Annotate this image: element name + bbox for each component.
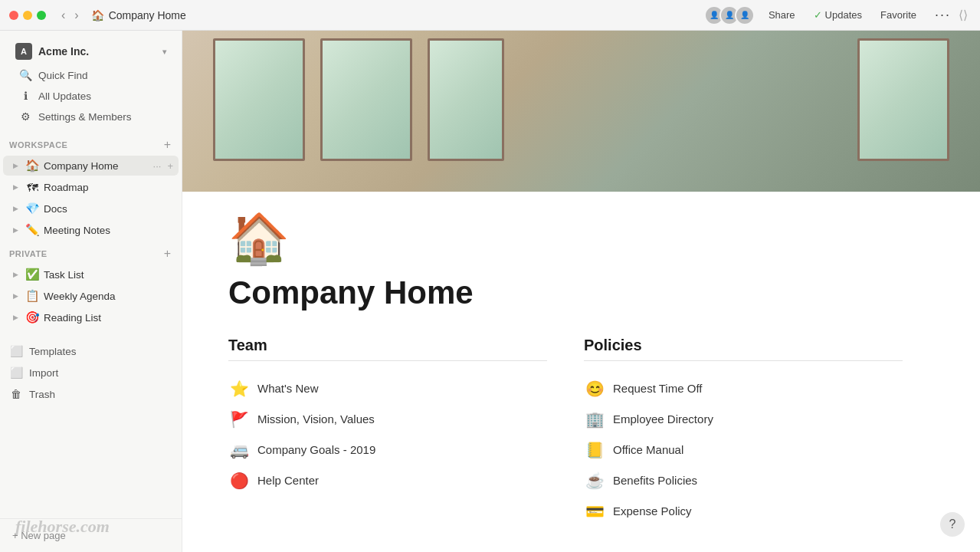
nav-page-company-home[interactable]: ▶ 🏠 Company Home ··· + xyxy=(3,156,179,176)
page-title-label: Company Home xyxy=(109,9,186,21)
expand-arrow-icon[interactable]: ▶ xyxy=(9,290,21,302)
sidebar-top: A Acme Inc. ▾ 🔍 Quick Find ℹ All Updates… xyxy=(0,31,182,132)
templates-icon: ⬜ xyxy=(9,345,23,357)
content-grid: Team ⭐ What's New 🚩 Mission, Vision, Val… xyxy=(228,337,903,527)
forward-button[interactable]: › xyxy=(71,7,81,24)
close-button[interactable] xyxy=(9,11,18,20)
link-help-center[interactable]: 🔴 Help Center xyxy=(228,465,547,496)
page-content: 🏠 Company Home Team ⭐ What's New 🚩 Missi… xyxy=(182,192,949,552)
hero-image xyxy=(182,31,980,192)
workspace-section-header: WORKSPACE + xyxy=(0,132,182,155)
benefits-label: Benefits Policies xyxy=(613,474,697,488)
van-icon: 🚐 xyxy=(228,441,250,459)
expand-arrow-icon[interactable]: ▶ xyxy=(9,268,21,281)
company-goals-label: Company Goals - 2019 xyxy=(257,443,375,457)
titlebar-title: 🏠 Company Home xyxy=(91,9,704,21)
share-button[interactable]: Share xyxy=(764,8,800,22)
roadmap-icon: 🗺 xyxy=(25,179,40,195)
titlebar: ‹ › 🏠 Company Home 👤 👤 👤 Share ✓ Updates… xyxy=(0,0,980,31)
app-body: A Acme Inc. ▾ 🔍 Quick Find ℹ All Updates… xyxy=(0,31,980,552)
sidebar: A Acme Inc. ▾ 🔍 Quick Find ℹ All Updates… xyxy=(0,31,182,552)
weekly-agenda-icon: 📋 xyxy=(25,288,40,304)
titlebar-actions: 👤 👤 👤 Share ✓ Updates Favorite ··· xyxy=(704,5,955,25)
company-home-label: Company Home xyxy=(44,160,151,172)
sidebar-item-settings[interactable]: ⚙ Settings & Members xyxy=(12,107,169,127)
hero-window-2 xyxy=(320,38,412,161)
coffee-icon: ☕ xyxy=(584,472,605,490)
flag-icon: 🚩 xyxy=(228,410,250,429)
new-page-button[interactable]: + New page xyxy=(3,525,179,546)
expand-arrow-icon[interactable]: ▶ xyxy=(9,311,21,324)
employee-directory-label: Employee Directory xyxy=(613,412,713,426)
smile-icon: 😊 xyxy=(584,380,605,398)
star-icon: ⭐ xyxy=(228,380,250,398)
help-center-label: Help Center xyxy=(257,474,319,488)
nav-page-meeting-notes[interactable]: ▶ ✏️ Meeting Notes xyxy=(3,220,179,240)
page-icon-small: 🏠 xyxy=(91,9,104,21)
sidebar-item-all-updates[interactable]: ℹ All Updates xyxy=(12,86,169,106)
company-home-options-button[interactable]: ··· xyxy=(151,159,164,172)
workspace-icon: A xyxy=(15,43,32,60)
roadmap-label: Roadmap xyxy=(44,182,175,193)
help-button[interactable]: ? xyxy=(940,512,965,537)
company-home-add-button[interactable]: + xyxy=(165,159,175,172)
settings-label: Settings & Members xyxy=(38,111,132,123)
task-list-icon: ✅ xyxy=(25,267,40,282)
link-whats-new[interactable]: ⭐ What's New xyxy=(228,373,547,404)
request-time-off-label: Request Time Off xyxy=(613,382,702,396)
sidebar-item-templates[interactable]: ⬜ Templates xyxy=(3,341,179,361)
private-add-button[interactable]: + xyxy=(162,247,172,261)
link-request-time-off[interactable]: 😊 Request Time Off xyxy=(584,373,903,404)
nav-page-weekly-agenda[interactable]: ▶ 📋 Weekly Agenda xyxy=(3,286,179,306)
back-button[interactable]: ‹ xyxy=(58,7,68,24)
workspace-name: Acme Inc. xyxy=(38,45,89,58)
maximize-button[interactable] xyxy=(37,11,46,20)
sidebar-item-import[interactable]: ⬜ Import xyxy=(3,363,179,383)
link-company-goals[interactable]: 🚐 Company Goals - 2019 xyxy=(228,435,547,465)
expand-arrow-icon[interactable]: ▶ xyxy=(9,159,21,172)
nav-page-task-list[interactable]: ▶ ✅ Task List xyxy=(3,264,179,284)
docs-icon: 💎 xyxy=(25,201,40,216)
minimize-button[interactable] xyxy=(23,11,32,20)
team-section: Team ⭐ What's New 🚩 Mission, Vision, Val… xyxy=(228,337,547,527)
favorite-button[interactable]: Favorite xyxy=(876,8,921,22)
nav-page-docs[interactable]: ▶ 💎 Docs xyxy=(3,199,179,219)
trash-label: Trash xyxy=(29,389,55,400)
expand-arrow-icon[interactable]: ▶ xyxy=(9,181,21,193)
company-home-actions: ··· + xyxy=(151,159,175,172)
workspace-add-button[interactable]: + xyxy=(162,138,172,152)
updates-button[interactable]: ✓ Updates xyxy=(809,8,867,22)
import-icon: ⬜ xyxy=(9,366,23,379)
team-section-title: Team xyxy=(228,337,547,361)
link-expense-policy[interactable]: 💳 Expense Policy xyxy=(584,496,903,527)
nav-arrows: ‹ › xyxy=(58,7,82,24)
nav-page-reading-list[interactable]: ▶ 🎯 Reading List xyxy=(3,307,179,327)
company-home-icon: 🏠 xyxy=(25,158,40,173)
traffic-lights xyxy=(9,11,46,20)
info-icon: ℹ xyxy=(18,90,32,102)
link-mission[interactable]: 🚩 Mission, Vision, Values xyxy=(228,404,547,435)
sidebar-item-trash[interactable]: 🗑 Trash xyxy=(3,384,179,404)
notebook-icon: 📒 xyxy=(584,441,605,459)
link-office-manual[interactable]: 📒 Office Manual xyxy=(584,435,903,465)
task-list-label: Task List xyxy=(44,269,175,281)
help-icon: 🔴 xyxy=(228,472,250,490)
collapse-sidebar-button[interactable]: ⟨⟩ xyxy=(955,5,971,25)
check-icon: ✓ xyxy=(814,9,822,21)
page-icon-large: 🏠 xyxy=(228,192,903,274)
hero-window-1 xyxy=(213,38,305,161)
avatar-group: 👤 👤 👤 xyxy=(704,5,755,25)
link-benefits[interactable]: ☕ Benefits Policies xyxy=(584,465,903,496)
link-employee-directory[interactable]: 🏢 Employee Directory xyxy=(584,404,903,435)
building-icon: 🏢 xyxy=(584,410,605,429)
expand-arrow-icon[interactable]: ▶ xyxy=(9,224,21,236)
templates-label: Templates xyxy=(29,346,77,357)
nav-page-roadmap[interactable]: ▶ 🗺 Roadmap xyxy=(3,177,179,197)
workspace-header[interactable]: A Acme Inc. ▾ xyxy=(9,38,172,64)
weekly-agenda-label: Weekly Agenda xyxy=(44,291,175,302)
more-options-button[interactable]: ··· xyxy=(930,5,955,25)
expand-arrow-icon[interactable]: ▶ xyxy=(9,202,21,215)
card-icon: 💳 xyxy=(584,502,605,521)
import-label: Import xyxy=(29,367,58,379)
sidebar-item-quick-find[interactable]: 🔍 Quick Find xyxy=(12,65,169,85)
